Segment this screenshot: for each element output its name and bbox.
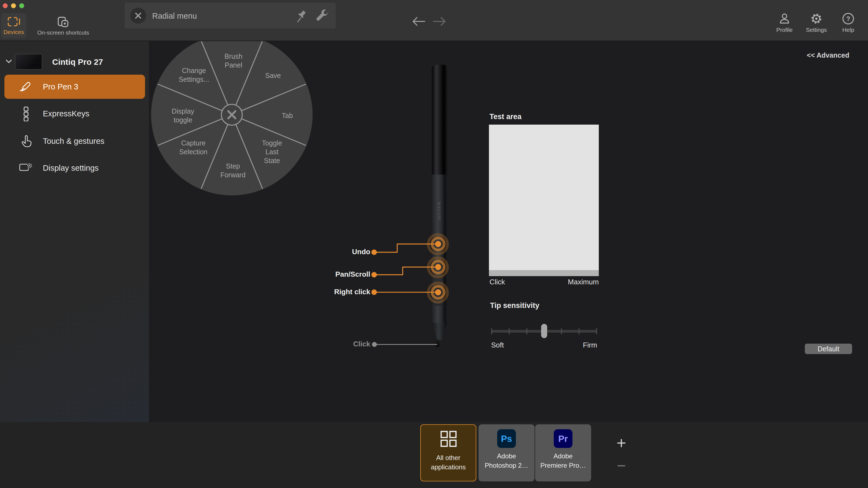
wacom-center-window: Brush Panel Save Tab Toggle Last State S… (0, 0, 868, 488)
pin-icon[interactable] (294, 8, 309, 23)
tip-sensitivity-title: Tip sensitivity (490, 301, 539, 310)
close-icon (134, 12, 142, 19)
help-icon: ? (842, 12, 855, 25)
app-card-premiere[interactable]: Pr Adobe Premiere Pro… (535, 424, 591, 481)
tablet-icon (7, 17, 20, 27)
settings-label: Settings (806, 26, 827, 33)
radial-segment-left[interactable]: Display toggle (161, 107, 205, 125)
pen-button-bottom-assignment[interactable]: Right click (334, 288, 371, 296)
device-sidebar: Cintiq Pro 27 Pro Pen 3 (0, 41, 149, 488)
radial-segment-bottom[interactable]: Step Forward (211, 162, 255, 180)
device-header[interactable]: Cintiq Pro 27 (0, 52, 149, 71)
radial-segment-right[interactable]: Tab (265, 111, 309, 120)
sidebar-item-label: Touch & gestures (43, 136, 104, 145)
app-card-label: Adobe Photoshop 2… (485, 452, 528, 470)
app-card-photoshop[interactable]: Ps Adobe Photoshop 2… (478, 424, 534, 481)
radial-segment-top-right[interactable]: Save (251, 71, 295, 80)
test-area-title: Test area (490, 112, 522, 121)
help-button[interactable]: ? Help (832, 12, 864, 38)
chevron-down-icon[interactable] (5, 59, 12, 64)
slider-handle[interactable] (541, 324, 547, 338)
pen-tip-assignment[interactable]: Click (353, 340, 370, 348)
help-label: Help (842, 26, 854, 33)
sidebar-item-label: ExpressKeys (43, 109, 89, 118)
tip-firm-label: Firm (583, 341, 597, 349)
tab-onscreen-shortcuts[interactable]: On-screen shortcuts (29, 13, 98, 38)
profile-button[interactable]: Profile (769, 12, 800, 38)
test-area-pressure-bar (489, 270, 599, 276)
gear-icon (810, 12, 823, 25)
sidebar-item-label: Display settings (43, 164, 99, 172)
window-minimize-button[interactable] (11, 3, 16, 8)
back-arrow-button[interactable] (411, 17, 426, 26)
pen-cone-image (432, 323, 447, 340)
all-apps-grid-icon (440, 430, 457, 450)
top-toolbar: Devices On-screen shortcuts Radial menu (0, 0, 868, 41)
sidebar-item-display-settings[interactable]: Display settings (4, 156, 145, 180)
tip-soft-label: Soft (491, 341, 504, 349)
radial-segment-top[interactable]: Brush Panel (212, 52, 255, 70)
wrench-icon[interactable] (314, 7, 330, 24)
pen-grip-image (432, 65, 447, 174)
sidebar-item-expresskeys[interactable]: ExpressKeys (4, 102, 145, 126)
touch-hand-icon (19, 134, 32, 148)
onscreen-shortcuts-icon (58, 16, 69, 27)
pen-button-top-assignment[interactable]: Undo (352, 248, 370, 256)
radial-segment-bottom-right[interactable]: Toggle Last State (250, 139, 294, 165)
app-root: Brush Panel Save Tab Toggle Last State S… (0, 0, 868, 488)
radial-segment-bottom-left[interactable]: Capture Selection (172, 139, 215, 157)
sidebar-item-pro-pen-3[interactable]: Pro Pen 3 (4, 75, 145, 99)
svg-text:?: ? (846, 15, 850, 23)
tab-devices-label: Devices (4, 28, 24, 35)
remove-application-button[interactable]: − (614, 457, 629, 475)
pen-brand-label: wacom (432, 198, 447, 225)
settings-button[interactable]: Settings (800, 12, 832, 38)
test-area-min-label: Click (490, 278, 505, 286)
shortcut-name-field[interactable]: Radial menu (152, 11, 289, 20)
close-shortcut-button[interactable] (130, 8, 146, 24)
advanced-toggle-link[interactable]: << Advanced (807, 52, 849, 59)
sidebar-item-label: Pro Pen 3 (43, 82, 78, 91)
device-name: Cintiq Pro 27 (52, 57, 103, 66)
photoshop-icon: Ps (497, 429, 516, 448)
sidebar-item-touch-gestures[interactable]: Touch & gestures (4, 129, 145, 153)
app-card-all-other-applications[interactable]: All other applications (420, 424, 476, 481)
pen-nib-image (436, 339, 439, 347)
profile-label: Profile (776, 26, 793, 33)
pen-button-middle-assignment[interactable]: Pan/Scroll (335, 270, 370, 278)
pen-icon (19, 81, 32, 93)
test-area-max-label: Maximum (568, 278, 599, 286)
add-application-button[interactable]: + (614, 434, 629, 452)
default-button[interactable]: Default (805, 344, 852, 354)
display-settings-icon (19, 162, 32, 174)
profile-icon (778, 12, 791, 25)
radial-segment-top-left[interactable]: Change Settings... (172, 66, 216, 84)
expresskeys-icon (19, 106, 32, 121)
window-close-button[interactable] (3, 3, 8, 8)
shortcut-title-panel: Radial menu (125, 3, 336, 29)
app-card-label: Adobe Premiere Pro… (540, 452, 586, 470)
window-zoom-button[interactable] (19, 3, 24, 8)
app-card-label: All other applications (431, 453, 466, 471)
application-bar: All other applications Ps Adobe Photosho… (0, 422, 868, 488)
tip-sensitivity-slider[interactable] (491, 325, 597, 337)
tab-onscreen-label: On-screen shortcuts (37, 29, 89, 35)
tab-devices[interactable]: Devices (1, 13, 26, 38)
forward-arrow-button[interactable] (432, 17, 446, 26)
test-area-canvas[interactable] (489, 125, 599, 276)
premiere-icon: Pr (554, 429, 572, 448)
device-thumbnail (15, 54, 42, 69)
